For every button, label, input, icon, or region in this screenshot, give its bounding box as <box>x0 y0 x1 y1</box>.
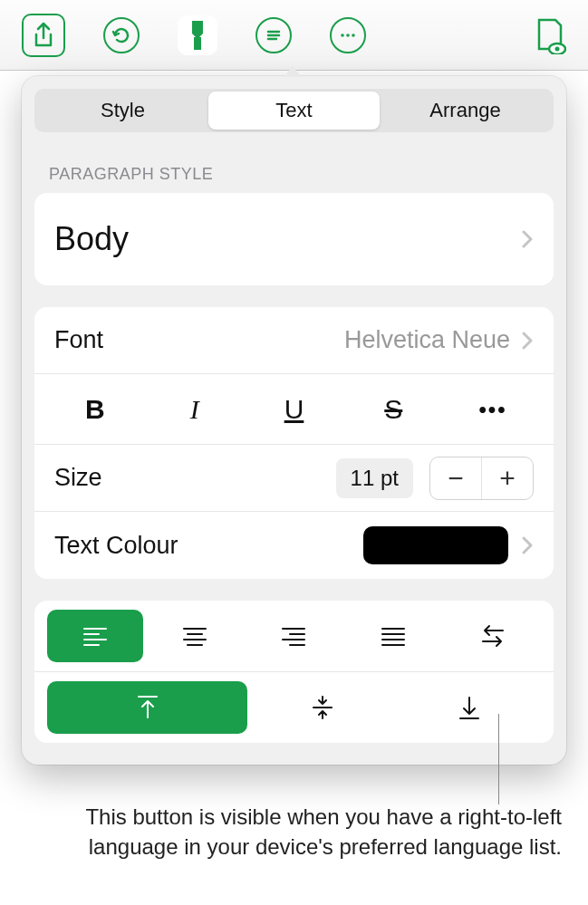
font-row[interactable]: Font Helvetica Neue <box>34 307 554 374</box>
italic-button[interactable]: I <box>145 383 245 436</box>
svg-point-0 <box>341 34 344 37</box>
align-right-button[interactable] <box>246 610 342 662</box>
bidi-arrows-icon <box>479 623 506 649</box>
size-stepper: − + <box>429 457 534 500</box>
valign-bottom-button[interactable] <box>398 681 541 734</box>
lines-icon <box>264 25 284 45</box>
tab-style[interactable]: Style <box>37 91 208 130</box>
text-direction-button[interactable] <box>445 610 541 662</box>
bold-button[interactable]: B <box>45 383 145 436</box>
size-increase-button[interactable]: + <box>482 457 533 499</box>
horizontal-align-row <box>34 601 554 672</box>
align-left-button[interactable] <box>47 610 143 662</box>
size-row: Size 11 pt − + <box>34 445 554 512</box>
size-label: Size <box>54 464 336 492</box>
document-eye-icon <box>534 16 566 54</box>
format-tabs: Style Text Arrange <box>34 89 554 132</box>
document-view-button[interactable] <box>534 16 566 54</box>
font-label: Font <box>54 326 344 354</box>
callout-text: This button is visible when you have a r… <box>72 802 562 862</box>
paragraph-style-value: Body <box>54 220 521 258</box>
text-colour-swatch[interactable] <box>363 526 508 564</box>
tab-arrange[interactable]: Arrange <box>380 91 551 130</box>
align-center-icon <box>181 625 208 647</box>
svg-point-4 <box>555 46 560 51</box>
text-colour-label: Text Colour <box>54 532 363 560</box>
paragraph-style-row[interactable]: Body <box>34 193 554 285</box>
svg-point-2 <box>352 34 355 37</box>
format-popover: Style Text Arrange PARAGRAPH STYLE Body … <box>22 76 566 765</box>
format-button[interactable] <box>178 15 217 55</box>
valign-bottom-icon <box>458 694 481 721</box>
svg-point-1 <box>346 34 350 37</box>
align-justify-button[interactable] <box>345 610 441 662</box>
brush-icon <box>178 15 217 55</box>
undo-button[interactable] <box>103 17 140 53</box>
paragraph-style-card: Body <box>34 193 554 285</box>
paragraph-style-label: PARAGRAPH STYLE <box>22 145 566 193</box>
chevron-right-icon <box>521 331 534 351</box>
text-style-row: B I U S ••• <box>34 374 554 445</box>
ellipsis-icon <box>338 25 358 45</box>
callout-leader-line <box>498 714 499 804</box>
underline-button[interactable]: U <box>245 383 344 436</box>
align-right-icon <box>280 625 307 647</box>
strikethrough-button[interactable]: S <box>343 383 443 436</box>
valign-middle-icon <box>311 694 334 721</box>
popover-arrow <box>284 66 302 77</box>
valign-top-icon <box>136 694 159 721</box>
insert-button[interactable] <box>255 17 292 53</box>
size-decrease-button[interactable]: − <box>430 457 481 499</box>
align-justify-icon <box>380 625 407 647</box>
font-value: Helvetica Neue <box>344 326 510 354</box>
share-icon <box>32 22 55 49</box>
text-colour-row[interactable]: Text Colour <box>34 512 554 579</box>
more-button[interactable] <box>330 17 366 53</box>
size-value[interactable]: 11 pt <box>336 458 413 498</box>
font-card: Font Helvetica Neue B I U S ••• Size 11 … <box>34 307 554 579</box>
align-left-icon <box>82 625 109 647</box>
tab-text[interactable]: Text <box>208 91 380 130</box>
vertical-align-row <box>34 672 554 743</box>
app-toolbar <box>0 0 588 71</box>
valign-top-button[interactable] <box>47 681 247 734</box>
share-button[interactable] <box>22 14 65 57</box>
chevron-right-icon <box>521 229 534 249</box>
alignment-card <box>34 601 554 743</box>
text-more-button[interactable]: ••• <box>443 386 543 433</box>
undo-icon <box>111 25 131 45</box>
align-center-button[interactable] <box>147 610 243 662</box>
valign-middle-button[interactable] <box>251 681 394 734</box>
chevron-right-icon <box>521 535 534 555</box>
